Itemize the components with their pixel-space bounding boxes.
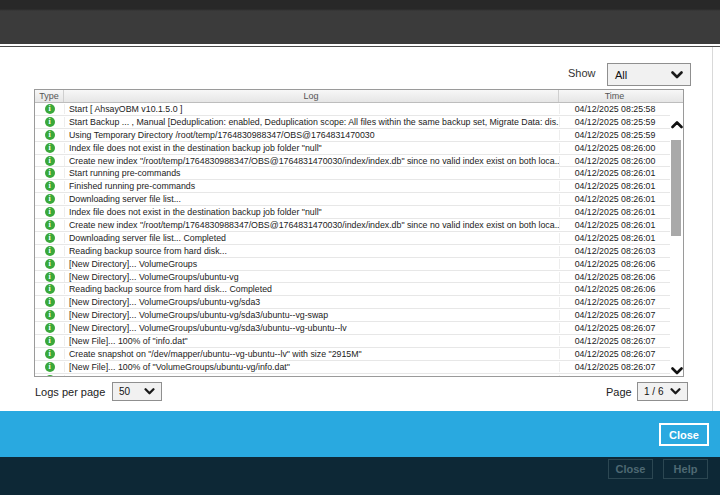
type-cell: i xyxy=(35,349,64,359)
log-cell: [New File]... 100% of "info.dat" xyxy=(64,336,559,346)
help-button-disabled[interactable]: Help xyxy=(663,459,708,479)
info-icon: i xyxy=(45,117,55,127)
log-cell: [New Directory]... VolumeGroups/ubuntu-v… xyxy=(64,310,559,320)
log-cell: Create new index "/root/temp/17648309883… xyxy=(64,220,559,230)
log-cell: [New File]... 100% of "VolumeGroups/ubun… xyxy=(64,362,559,372)
time-cell: 04/12/2025 08:26:01 xyxy=(559,168,670,178)
time-cell: 04/12/2025 08:26:06 xyxy=(559,259,670,269)
column-header-log: Log xyxy=(64,90,559,102)
page-value: 1 / 6 xyxy=(644,386,663,397)
action-bar: Close xyxy=(0,411,720,457)
type-cell: i xyxy=(35,117,64,127)
time-cell: 04/12/2025 08:26:01 xyxy=(559,181,670,191)
chevron-down-icon xyxy=(670,388,681,395)
chevron-down-icon xyxy=(671,367,683,375)
time-cell: 04/12/2025 08:26:01 xyxy=(559,220,670,230)
log-cell: Finished running pre-commands xyxy=(64,181,559,191)
info-icon: i xyxy=(45,143,55,153)
info-icon: i xyxy=(45,272,55,282)
log-table-header: Type Log Time xyxy=(35,90,683,103)
table-row: i Index file does not exist in the desti… xyxy=(35,142,670,155)
info-icon: i xyxy=(45,220,55,230)
time-cell: 04/12/2025 08:26:00 xyxy=(559,143,670,153)
time-cell: 04/12/2025 08:26:06 xyxy=(559,272,670,282)
table-row: i Create new index "/root/temp/176483098… xyxy=(35,219,670,232)
type-cell: i xyxy=(35,336,64,346)
time-cell: 04/12/2025 08:25:59 xyxy=(559,117,670,127)
page-dropdown[interactable]: 1 / 6 xyxy=(637,382,688,401)
type-cell: i xyxy=(35,297,64,307)
log-cell: [New Directory]... VolumeGroups/ubuntu-v… xyxy=(64,297,559,307)
table-row: i Create new index "/root/temp/176483098… xyxy=(35,155,670,168)
page-label: Page xyxy=(606,386,632,398)
chevron-down-icon xyxy=(671,71,683,79)
logs-per-page-label: Logs per page xyxy=(35,386,105,398)
time-cell: 04/12/2025 08:26:07 xyxy=(559,375,670,376)
info-icon: i xyxy=(45,323,55,333)
info-icon: i xyxy=(45,259,55,269)
type-cell: i xyxy=(35,375,64,376)
table-row: i [New Directory]... VolumeGroups 04/12/… xyxy=(35,258,670,271)
info-icon: i xyxy=(45,362,55,372)
logs-per-page-value: 50 xyxy=(119,386,130,397)
table-row: i [New Directory]... VolumeGroups/ubuntu… xyxy=(35,322,670,335)
logs-per-page-dropdown[interactable]: 50 xyxy=(112,382,162,401)
time-cell: 04/12/2025 08:26:07 xyxy=(559,310,670,320)
time-cell: 04/12/2025 08:25:58 xyxy=(559,104,670,114)
log-cell: Index file does not exist in the destina… xyxy=(64,143,559,153)
info-icon: i xyxy=(45,181,55,191)
type-cell: i xyxy=(35,272,64,282)
log-cell: [New Directory]... VolumeGroups xyxy=(64,259,559,269)
log-cell: Start running pre-commands xyxy=(64,168,559,178)
type-cell: i xyxy=(35,194,64,204)
scroll-up-button[interactable] xyxy=(670,118,683,132)
info-icon: i xyxy=(45,310,55,320)
info-icon: i xyxy=(45,297,55,307)
log-cell: Start [ AhsayOBM v10.1.5.0 ] xyxy=(64,104,559,114)
table-row: i [New File]... 100% of "VolumeGroups/ub… xyxy=(35,361,670,374)
time-cell: 04/12/2025 08:26:01 xyxy=(559,233,670,243)
type-cell: i xyxy=(35,207,64,217)
info-icon: i xyxy=(45,375,55,376)
table-row: i Index file does not exist in the desti… xyxy=(35,206,670,219)
info-icon: i xyxy=(45,233,55,243)
close-button-disabled[interactable]: Close xyxy=(608,459,653,479)
log-cell: Reading backup source from hard disk... xyxy=(64,246,559,256)
info-icon: i xyxy=(45,156,55,166)
table-row: i Finished running pre-commands 04/12/20… xyxy=(35,180,670,193)
type-cell: i xyxy=(35,220,64,230)
column-header-time: Time xyxy=(559,90,683,102)
type-cell: i xyxy=(35,233,64,243)
log-cell: Create snapshot on "/dev/mapper/ubuntu--… xyxy=(64,349,559,359)
close-button[interactable]: Close xyxy=(659,423,709,446)
table-row: i Using Temporary Directory /root/temp/1… xyxy=(35,129,670,142)
time-cell: 04/12/2025 08:26:06 xyxy=(559,284,670,294)
type-cell: i xyxy=(35,181,64,191)
chevron-down-icon xyxy=(144,388,155,395)
table-scrollbar[interactable] xyxy=(670,116,683,376)
log-cell: Index file does not exist in the destina… xyxy=(64,207,559,217)
log-cell: [New Directory]... VolumeGroups/ubuntu-v… xyxy=(64,272,559,282)
time-cell: 04/12/2025 08:26:07 xyxy=(559,323,670,333)
title-bar xyxy=(0,0,720,44)
info-icon: i xyxy=(45,104,55,114)
log-cell: Downloading server file list... xyxy=(64,194,559,204)
type-cell: i xyxy=(35,168,64,178)
show-filter-value: All xyxy=(615,69,627,81)
time-cell: 04/12/2025 08:26:07 xyxy=(559,336,670,346)
type-cell: i xyxy=(35,143,64,153)
log-cell: [New File]... 100% of "..." xyxy=(64,375,559,376)
log-cell: Reading backup source from hard disk... … xyxy=(64,284,559,294)
show-filter-dropdown[interactable]: All xyxy=(607,63,691,86)
info-icon: i xyxy=(45,130,55,140)
scrollbar-thumb[interactable] xyxy=(671,140,681,236)
table-row: i Start running pre-commands 04/12/2025 … xyxy=(35,167,670,180)
scroll-down-button[interactable] xyxy=(670,364,683,376)
time-cell: 04/12/2025 08:26:01 xyxy=(559,207,670,217)
time-cell: 04/12/2025 08:26:03 xyxy=(559,246,670,256)
info-icon: i xyxy=(45,336,55,346)
table-row: i [New Directory]... VolumeGroups/ubuntu… xyxy=(35,309,670,322)
log-cell: Start Backup ... , Manual [Deduplication… xyxy=(64,117,559,127)
type-cell: i xyxy=(35,130,64,140)
time-cell: 04/12/2025 08:26:07 xyxy=(559,297,670,307)
